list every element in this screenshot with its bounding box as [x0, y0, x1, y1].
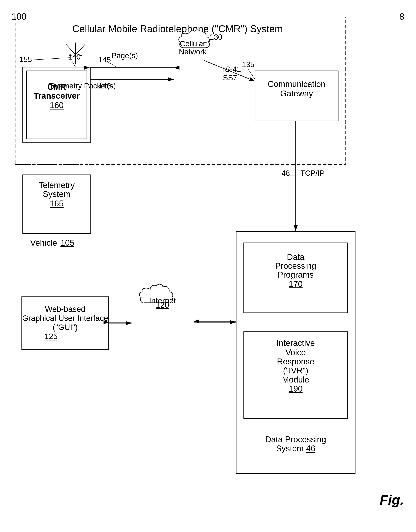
svg-text:Internet: Internet [149, 296, 176, 305]
svg-text:IS-41: IS-41 [223, 65, 241, 73]
ref-100: 100 [11, 11, 27, 22]
svg-rect-0 [15, 17, 346, 164]
svg-text:130: 130 [210, 33, 222, 41]
svg-text:170: 170 [289, 279, 303, 289]
svg-text:120: 120 [156, 301, 169, 309]
svg-text:Interactive: Interactive [277, 338, 315, 348]
svg-text:CMR: CMR [47, 82, 66, 92]
svg-text:Vehicle: Vehicle [30, 238, 57, 247]
svg-text:("GUI"): ("GUI") [53, 323, 78, 332]
svg-text:Processing: Processing [275, 261, 316, 270]
svg-line-22 [204, 60, 255, 81]
svg-rect-15 [244, 332, 348, 418]
svg-text:Communication: Communication [268, 79, 325, 89]
svg-text:Transceiver: Transceiver [34, 91, 80, 100]
svg-line-27 [29, 58, 70, 60]
svg-text:165: 165 [50, 199, 64, 208]
svg-text:160: 160 [50, 101, 64, 110]
svg-text:Web-based: Web-based [45, 305, 85, 314]
svg-rect-14 [244, 243, 348, 313]
svg-text:146: 146 [98, 82, 111, 90]
svg-text:Data: Data [287, 252, 304, 262]
svg-line-31 [104, 59, 117, 67]
svg-rect-13 [236, 231, 355, 473]
svg-text:Fig. 1: Fig. 1 [380, 492, 404, 507]
svg-text:Data Processing: Data Processing [265, 435, 326, 444]
svg-rect-16 [22, 297, 109, 350]
svg-text:Voice: Voice [285, 348, 306, 357]
diagram-container: 100 8 Cellular Mobile Radiotelephone ("C… [11, 11, 404, 512]
svg-text:Network: Network [179, 48, 207, 56]
svg-line-3 [66, 44, 76, 55]
svg-rect-11 [255, 71, 338, 121]
svg-line-29 [72, 61, 76, 67]
svg-text:System 46: System 46 [276, 444, 315, 453]
svg-text:Telemetry Packet(s): Telemetry Packet(s) [49, 82, 116, 90]
svg-text:125: 125 [44, 332, 58, 341]
svg-text:155: 155 [19, 55, 32, 64]
svg-text:Programs: Programs [278, 270, 314, 279]
svg-text:Page(s): Page(s) [112, 51, 138, 60]
svg-line-40 [248, 69, 255, 79]
diagram-svg: Cellular Mobile Radiotelephone ("CMR") S… [11, 11, 404, 512]
svg-text:190: 190 [289, 384, 303, 393]
svg-text:Cellular Mobile Radiotelephone: Cellular Mobile Radiotelephone ("CMR") S… [72, 23, 283, 34]
svg-text:Cellular: Cellular [180, 39, 206, 48]
svg-text:("IVR"): ("IVR") [283, 366, 308, 375]
svg-text:Response: Response [277, 357, 314, 366]
svg-line-5 [76, 44, 85, 55]
svg-rect-7 [27, 71, 87, 139]
svg-text:105: 105 [60, 238, 74, 247]
svg-rect-8 [23, 175, 91, 233]
svg-text:Telemetry: Telemetry [39, 180, 75, 190]
svg-rect-6 [23, 67, 91, 143]
svg-text:SS7: SS7 [223, 74, 237, 82]
svg-text:Graphical User Interface: Graphical User Interface [22, 314, 108, 323]
svg-text:System: System [43, 189, 71, 199]
svg-line-36 [200, 41, 210, 44]
svg-text:48: 48 [282, 169, 290, 177]
svg-text:135: 135 [242, 60, 255, 69]
svg-text:140: 140 [68, 53, 81, 61]
svg-text:Gateway: Gateway [280, 89, 313, 98]
ref-8: 8 [399, 11, 404, 22]
svg-text:Module: Module [282, 375, 309, 384]
svg-text:TCP/IP: TCP/IP [300, 169, 325, 177]
svg-text:145: 145 [98, 56, 111, 64]
